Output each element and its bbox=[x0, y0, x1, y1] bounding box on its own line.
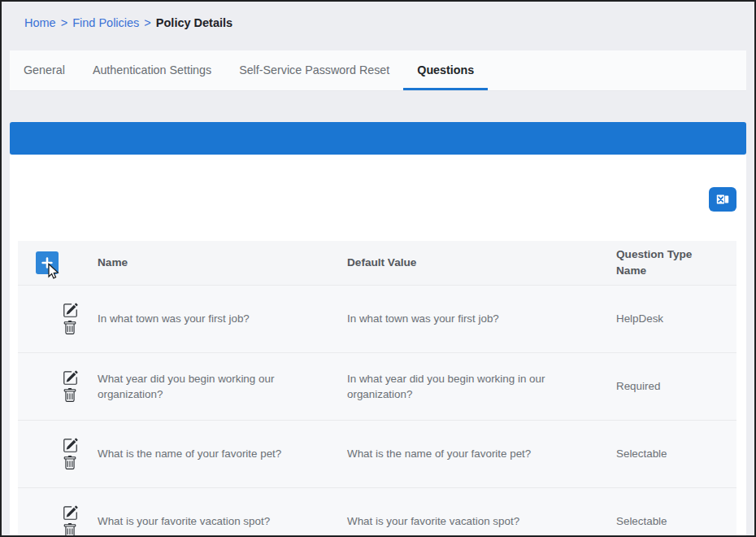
table-row: What is your favorite vacation spot? Wha… bbox=[18, 487, 736, 535]
breadcrumb-home-link[interactable]: Home bbox=[24, 16, 56, 29]
row-actions bbox=[18, 303, 98, 335]
edit-question-button[interactable] bbox=[42, 370, 98, 386]
tab-bar: General Authentication Settings Self-Ser… bbox=[10, 50, 746, 91]
column-header-question-type-name: Question Type Name bbox=[616, 247, 736, 278]
column-header-name: Name bbox=[98, 255, 347, 271]
edit-icon bbox=[63, 303, 78, 318]
questions-panel: Name Default Value Question Type Name bbox=[10, 155, 746, 535]
question-default-value: What is your favorite vacation spot? bbox=[347, 513, 616, 529]
breadcrumb-find-policies-link[interactable]: Find Policies bbox=[72, 16, 139, 29]
question-type-name: Selectable bbox=[616, 446, 736, 461]
tab-general[interactable]: General bbox=[10, 50, 79, 90]
table-row: What is the name of your favorite pet? W… bbox=[18, 420, 736, 487]
policy-details-window: Home>Find Policies>Policy Details Genera… bbox=[0, 0, 756, 537]
delete-question-button[interactable] bbox=[42, 456, 98, 470]
row-actions bbox=[18, 370, 98, 403]
plus-icon bbox=[41, 256, 54, 269]
tab-questions[interactable]: Questions bbox=[403, 50, 488, 90]
question-type-name: HelpDesk bbox=[616, 311, 736, 326]
column-header-default-value: Default Value bbox=[347, 255, 616, 271]
delete-question-button[interactable] bbox=[42, 388, 98, 403]
edit-question-button[interactable] bbox=[42, 505, 98, 521]
breadcrumb: Home>Find Policies>Policy Details bbox=[2, 2, 754, 50]
trash-icon bbox=[63, 523, 77, 535]
tab-questions-label: Questions bbox=[417, 63, 474, 76]
breadcrumb-separator: > bbox=[144, 16, 150, 29]
breadcrumb-current-page: Policy Details bbox=[156, 16, 232, 29]
question-default-value: What is the name of your favorite pet? bbox=[347, 446, 616, 461]
question-type-name: Selectable bbox=[616, 513, 736, 529]
table-row: What year did you begin working our orga… bbox=[18, 352, 736, 420]
edit-icon bbox=[63, 505, 78, 521]
tab-authentication-settings[interactable]: Authentication Settings bbox=[79, 50, 225, 90]
tab-self-service-password-reset[interactable]: Self-Service Password Reset bbox=[225, 50, 403, 90]
excel-icon bbox=[715, 191, 731, 207]
trash-icon bbox=[63, 321, 77, 335]
section-header-banner bbox=[10, 122, 746, 155]
breadcrumb-separator: > bbox=[61, 16, 67, 29]
edit-icon bbox=[63, 438, 78, 453]
question-default-value: In what town was your first job? bbox=[347, 311, 616, 326]
question-name: In what town was your first job? bbox=[98, 311, 347, 326]
questions-table: Name Default Value Question Type Name bbox=[18, 241, 736, 535]
question-name: What is the name of your favorite pet? bbox=[98, 446, 347, 461]
row-actions bbox=[18, 438, 98, 470]
add-question-button[interactable] bbox=[36, 251, 59, 274]
export-excel-button[interactable] bbox=[709, 187, 736, 212]
add-question-cell bbox=[18, 251, 98, 274]
question-type-name: Required bbox=[616, 378, 736, 394]
active-tab-indicator bbox=[403, 88, 488, 90]
trash-icon bbox=[63, 388, 77, 403]
question-name: What year did you begin working our orga… bbox=[98, 371, 347, 403]
edit-icon bbox=[63, 370, 78, 386]
edit-question-button[interactable] bbox=[42, 303, 98, 318]
delete-question-button[interactable] bbox=[42, 523, 98, 535]
table-header-row: Name Default Value Question Type Name bbox=[18, 241, 736, 285]
delete-question-button[interactable] bbox=[42, 321, 98, 335]
question-default-value: In what year did you begin working in ou… bbox=[347, 371, 616, 403]
edit-question-button[interactable] bbox=[42, 438, 98, 453]
question-name: What is your favorite vacation spot? bbox=[98, 513, 347, 529]
row-actions bbox=[18, 505, 98, 535]
trash-icon bbox=[63, 456, 77, 470]
table-row: In what town was your first job? In what… bbox=[18, 285, 736, 352]
